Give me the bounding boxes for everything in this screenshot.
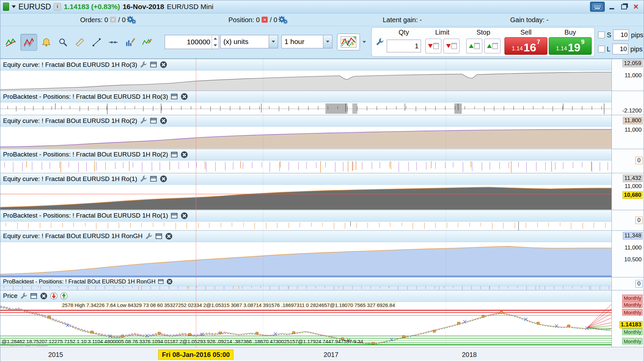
close-panel-icon[interactable] <box>180 212 188 220</box>
zoom-button[interactable] <box>55 34 71 51</box>
axis-label: Monthly <box>622 309 643 316</box>
wrench-icon[interactable] <box>145 232 153 240</box>
position-count: Position: 0 <box>228 16 260 24</box>
horizontal-line-tool-button[interactable] <box>106 34 121 51</box>
equity-curve-chart-ro2[interactable] <box>0 127 611 148</box>
order-ticket-icon <box>474 43 480 49</box>
instrument-dropdown-icon[interactable] <box>12 5 16 8</box>
time-axis[interactable]: 2015 2017 2018 Fri 08-Jan-2016 05:00 <box>0 347 644 362</box>
l-pips-input[interactable] <box>612 44 628 54</box>
units-selected-value: (x) units <box>221 38 269 46</box>
timeframe-select[interactable]: 1 hour <box>281 35 332 48</box>
close-panel-icon[interactable] <box>160 175 167 183</box>
close-panel-icon[interactable] <box>40 292 48 300</box>
close-panel-icon[interactable] <box>166 278 173 285</box>
order-settings-wrench-icon[interactable] <box>374 28 386 56</box>
positions-chart-ro1[interactable] <box>0 222 611 230</box>
panel-header[interactable]: Equity curve: ! Fractal BOut EURUSD 1H R… <box>0 173 611 185</box>
price-axis[interactable]: 11,80011,000 <box>611 115 644 148</box>
window-icon[interactable] <box>150 61 157 69</box>
buy-marker-icon[interactable] <box>60 292 68 300</box>
stop-buy-button[interactable] <box>484 39 500 53</box>
strategy-tool-button[interactable] <box>139 34 155 51</box>
timeframe-dropdown-icon[interactable] <box>323 35 332 48</box>
units-dropdown-icon[interactable] <box>269 35 278 48</box>
equity-curve-chart-rongh[interactable] <box>0 242 611 277</box>
limit-buy-button[interactable] <box>443 39 460 53</box>
units-select[interactable]: (x) units <box>220 35 278 48</box>
trendline-tool-button[interactable] <box>89 34 104 51</box>
panel-header[interactable]: ProBacktest - Positions: ! Fractal BOut … <box>0 91 611 102</box>
chart-mode-line-button[interactable] <box>2 34 19 51</box>
close-panel-icon[interactable] <box>160 61 167 69</box>
stop-sell-button[interactable] <box>466 39 482 53</box>
positions-chart-rongh[interactable] <box>0 286 611 290</box>
price-axis[interactable]: 12,05911,000 <box>611 59 644 91</box>
price-axis[interactable]: -2.1200 <box>611 91 644 115</box>
window-icon[interactable] <box>30 292 38 300</box>
close-panel-icon[interactable] <box>165 232 173 240</box>
chart-mode-pattern-button[interactable] <box>20 34 37 51</box>
chart-style-dropdown-icon[interactable] <box>361 38 368 46</box>
ruler-button[interactable] <box>72 34 88 51</box>
window-icon[interactable] <box>170 151 178 159</box>
info-icon[interactable]: i <box>54 3 61 10</box>
window-icon[interactable] <box>170 93 178 100</box>
window-icon[interactable] <box>150 117 157 125</box>
limit-pips-checkbox[interactable] <box>598 46 605 52</box>
equity-curve-chart-ro3[interactable] <box>0 71 611 91</box>
panel-header[interactable]: ProBacktest - Positions: ! Fractal BOut … <box>0 277 611 286</box>
position-settings-icon[interactable] <box>279 16 287 23</box>
contract-name: EUR/USD Mini <box>167 3 213 11</box>
stop-pips-checkbox[interactable] <box>598 32 605 38</box>
wrench-icon[interactable] <box>20 292 28 300</box>
price-axis[interactable]: 11,43211,00010,680 <box>611 173 644 210</box>
order-qty-input[interactable] <box>387 40 421 52</box>
alerts-button[interactable] <box>39 34 54 51</box>
wrench-icon[interactable] <box>140 61 147 69</box>
cancel-orders-icon[interactable] <box>110 17 116 23</box>
limit-sell-button[interactable] <box>425 39 441 53</box>
minimize-button[interactable] <box>607 2 617 11</box>
close-panel-icon[interactable] <box>160 117 167 125</box>
window-icon[interactable] <box>155 232 163 240</box>
instrument-symbol[interactable]: EURUSD <box>18 2 51 11</box>
price-axis[interactable]: 0 <box>611 149 644 173</box>
price-axis[interactable]: 11,34811,00010,500 <box>611 231 644 277</box>
quantity-input[interactable] <box>165 35 212 49</box>
quantity-stepper[interactable] <box>212 35 219 49</box>
panel-header[interactable]: ProBacktest - Positions: ! Fractal BOut … <box>0 149 611 161</box>
orders-settings-icon[interactable] <box>128 16 135 23</box>
s-pips-input[interactable] <box>613 30 629 40</box>
positions-chart-ro2[interactable] <box>0 161 611 173</box>
restore-button[interactable] <box>619 2 629 11</box>
close-window-button[interactable]: ✕ <box>631 2 641 11</box>
price-axis[interactable]: MonthlyMonthlyMonthly1.14183MonthlyMonth… <box>611 290 644 347</box>
sell-button[interactable]: 1.14 16 7 <box>504 37 547 55</box>
window-icon[interactable] <box>170 212 178 220</box>
axis-label: 0 <box>635 280 643 287</box>
price-axis[interactable]: 0 <box>611 277 644 290</box>
sell-marker-icon[interactable] <box>50 292 58 300</box>
window-icon[interactable] <box>158 278 164 285</box>
wrench-icon[interactable] <box>140 175 147 183</box>
panel-header[interactable]: ProBacktest - Positions: ! Fractal BOut … <box>0 210 611 222</box>
panel-header[interactable]: Equity curve: ! Fractal BOut EURUSD 1H R… <box>0 115 611 127</box>
close-panel-icon[interactable] <box>180 151 188 159</box>
window-icon[interactable] <box>150 175 157 183</box>
axis-label: Monthly <box>622 295 643 301</box>
restore-icon <box>621 4 627 9</box>
panel-header[interactable]: Equity curve: ! Fractal BOut EURUSD 1H R… <box>0 231 611 242</box>
virtual-keyboard-button[interactable] <box>590 2 605 12</box>
price-axis[interactable]: 0 <box>611 210 644 230</box>
close-position-icon[interactable] <box>262 17 268 23</box>
wrench-icon[interactable] <box>140 117 147 125</box>
panel-header[interactable]: Equity curve: ! Fractal BOut EURUSD 1H R… <box>0 59 611 71</box>
close-panel-icon[interactable] <box>180 93 188 100</box>
positions-chart-ro3[interactable] <box>0 102 611 115</box>
panel-header[interactable]: Price <box>0 290 611 302</box>
indicator-tool-button[interactable] <box>122 34 138 51</box>
chart-style-button[interactable] <box>337 34 360 50</box>
equity-curve-chart-ro1[interactable] <box>0 185 611 210</box>
buy-button[interactable]: 1.14 19 9 <box>549 37 592 55</box>
